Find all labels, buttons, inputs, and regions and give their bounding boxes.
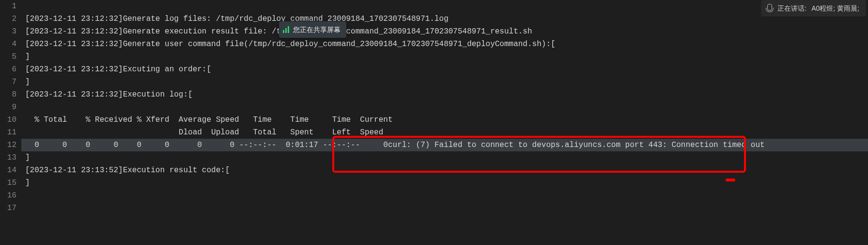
line-number: 16	[0, 189, 16, 202]
code-content[interactable]: [2023-12-11 23:12:32]Generate log files:…	[25, 0, 868, 245]
code-line	[25, 202, 868, 214]
line-number: 12	[0, 139, 16, 151]
line-number: 6	[0, 63, 16, 76]
line-number: 13	[0, 151, 16, 164]
signal-bars-icon	[283, 26, 289, 33]
code-editor[interactable]: 1234567891011121314151617 [2023-12-11 23…	[0, 0, 868, 245]
line-number: 7	[0, 76, 16, 88]
code-line: [2023-12-11 23:12:32]Generate user comma…	[25, 38, 868, 50]
line-number: 8	[0, 88, 16, 101]
line-number: 2	[0, 13, 16, 25]
code-line: [2023-12-11 23:12:32]Generate log files:…	[25, 13, 868, 25]
speaking-label: 正在讲话:	[777, 2, 806, 15]
code-line: 0 0 0 0 0 0 0 0 --:--:-- 0:01:17 --:--:-…	[21, 139, 868, 151]
code-line: [2023-12-11 23:12:32]Execution log:[	[25, 88, 868, 101]
line-number: 9	[0, 101, 16, 114]
code-line: [2023-12-11 23:13:52]Execution result co…	[25, 164, 868, 177]
line-number: 10	[0, 114, 16, 126]
code-line	[25, 189, 868, 202]
line-number-gutter: 1234567891011121314151617	[0, 0, 25, 245]
code-line: ]	[25, 177, 868, 189]
line-number: 14	[0, 164, 16, 177]
line-number: 17	[0, 202, 16, 214]
code-line: ]	[25, 76, 868, 88]
line-number: 3	[0, 25, 16, 38]
line-number: 5	[0, 50, 16, 63]
code-line: [2023-12-11 23:12:32]Excuting an order:[	[25, 63, 868, 76]
annotation-mark	[726, 179, 735, 181]
code-line: % Total % Received % Xferd Average Speed…	[25, 114, 868, 126]
line-number: 4	[0, 38, 16, 50]
code-line: ]	[25, 151, 868, 164]
microphone-icon	[766, 4, 773, 13]
speaking-names: A0程煜; 黄雨晨;	[811, 2, 859, 15]
line-number: 15	[0, 177, 16, 189]
code-line	[25, 0, 868, 13]
code-line: Dload Upload Total Spent Left Speed	[25, 126, 868, 139]
screen-share-label: 您正在共享屏幕	[293, 23, 341, 36]
line-number: 1	[0, 0, 16, 13]
code-line: ]	[25, 50, 868, 63]
screen-share-indicator[interactable]: 您正在共享屏幕	[279, 21, 346, 38]
speaking-hud[interactable]: 正在讲话: A0程煜; 黄雨晨;	[761, 0, 866, 16]
line-number: 11	[0, 126, 16, 139]
code-line	[25, 101, 868, 114]
code-line: [2023-12-11 23:12:32]Generate execution …	[25, 25, 868, 38]
